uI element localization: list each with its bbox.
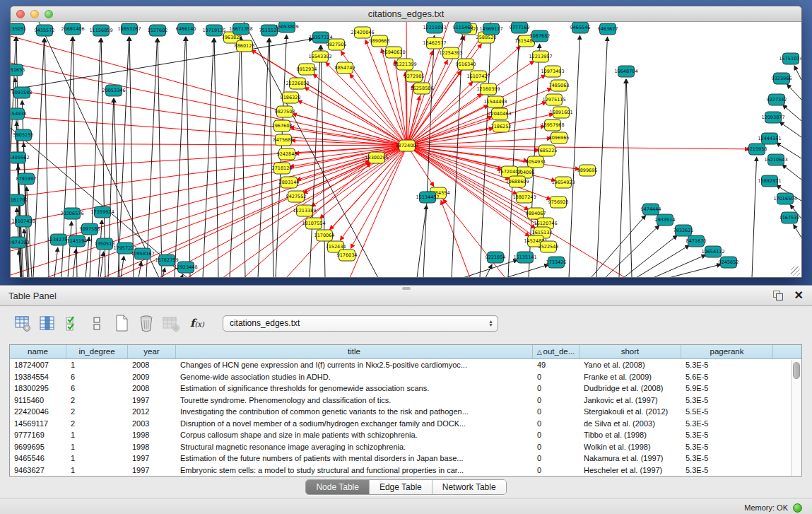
graph-node[interactable]: 12444151 (758, 133, 781, 144)
graph-node[interactable]: 1350513 (95, 238, 115, 250)
table-cell[interactable]: 6 (66, 384, 128, 392)
graph-node[interactable]: 12215093 (423, 22, 446, 33)
graph-node[interactable]: 16543392 (308, 51, 331, 62)
table-cell[interactable]: 1 (66, 431, 128, 439)
row-cells-icon[interactable] (87, 313, 107, 333)
table-row[interactable]: 977716911998Corpus callosum shape and si… (10, 429, 801, 441)
graph-node[interactable]: 9272905 (404, 71, 425, 82)
graph-node[interactable]: 15134457 (416, 192, 439, 203)
window-titlebar[interactable]: citations_edges.txt (11, 6, 801, 22)
table-cell[interactable]: 0 (533, 454, 579, 462)
table-cell[interactable]: 2003 (128, 419, 176, 428)
table-cell[interactable]: Disruption of a novel member of a sodium… (176, 419, 533, 428)
table-cell[interactable]: 5.3E-5 (681, 466, 773, 474)
column-header-year[interactable]: year (128, 345, 176, 358)
graph-node[interactable]: 9054931 (526, 156, 546, 168)
tab-network-table[interactable]: Network Table (433, 480, 506, 494)
graph-node[interactable]: 2087682 (530, 30, 551, 42)
graph-node[interactable]: 16107427 (466, 71, 490, 82)
graph-node[interactable]: 22226058 (286, 78, 309, 89)
graph-node[interactable]: 10973493 (541, 66, 564, 77)
graph-node[interactable]: 10719135 (202, 25, 225, 36)
table-cell[interactable]: Nakamura et al. (1997) (579, 454, 681, 462)
column-header-out_de[interactable]: △out_de... (533, 345, 579, 358)
graph-node[interactable]: 1145194 (67, 235, 88, 247)
graph-node[interactable]: 8186328 (281, 92, 301, 103)
table-cell[interactable]: 22420046 (10, 407, 66, 416)
table-cell[interactable]: 18724007 (10, 361, 66, 369)
table-cell[interactable]: 1997 (128, 396, 176, 404)
column-header-name[interactable]: name (10, 345, 66, 358)
table-cell[interactable]: 0 (533, 443, 579, 451)
graph-node[interactable]: 16671358 (229, 23, 252, 35)
graph-node[interactable]: 2051655 (11, 64, 25, 76)
resize-grip-icon[interactable] (791, 267, 800, 276)
table-cell[interactable]: Genome-wide association studies in ADHD. (176, 373, 533, 381)
graph-node[interactable]: 18107438 (11, 216, 35, 227)
table-cell[interactable]: Embryonic stem cells: a model to study s… (176, 466, 533, 474)
table-cell[interactable]: 9699695 (10, 443, 66, 451)
table-row[interactable]: 911546021997Tourette syndrome. Phenomeno… (10, 395, 801, 407)
graph-node[interactable]: 9435572 (35, 25, 55, 36)
split-divider-handle[interactable] (402, 287, 411, 290)
table-cell[interactable]: 5.5E-5 (681, 407, 773, 416)
graph-node[interactable]: 7685225 (537, 145, 558, 156)
graph-node[interactable]: 7186252 (491, 121, 512, 132)
graph-node[interactable]: 18300295 (365, 152, 388, 163)
table-cell[interactable]: Tibbo et al. (1998) (579, 431, 681, 439)
graph-node[interactable]: 9827508 (275, 106, 295, 117)
table-cell[interactable]: Yano et al. (2008) (579, 361, 681, 369)
table-cell[interactable]: 5.3E-5 (681, 443, 773, 451)
table-cell[interactable]: 0 (533, 373, 579, 381)
table-cell[interactable]: de Silva et al. (2003) (579, 419, 681, 428)
table-cell[interactable]: 6 (66, 373, 128, 381)
function-builder-icon[interactable]: f(x) (190, 317, 204, 329)
column-header-pagerank[interactable]: pagerank (681, 345, 773, 358)
table-cell[interactable]: 9777169 (10, 431, 66, 439)
graph-node[interactable]: 15751074 (779, 53, 801, 64)
graph-node[interactable]: 12160399 (476, 83, 500, 95)
graph-node[interactable]: 2522548 (539, 241, 559, 252)
graph-node[interactable]: 20206576 (60, 208, 83, 219)
table-cell[interactable]: Tourette syndrome. Phenomenology and cla… (176, 396, 533, 404)
graph-node[interactable]: 16053809 (275, 22, 298, 33)
table-cell[interactable]: 0 (533, 384, 579, 392)
graph-node[interactable]: 17016504 (773, 193, 796, 204)
column-header-short[interactable]: short (579, 345, 681, 358)
table-cell[interactable]: 5.3E-5 (681, 454, 773, 462)
column-header-title[interactable]: title (176, 345, 533, 358)
table-settings-icon[interactable] (13, 313, 33, 333)
graph-node[interactable]: 9463627 (598, 23, 618, 35)
graph-node[interactable]: 11156859 (89, 25, 112, 36)
column-checklist-icon[interactable] (62, 313, 82, 333)
graph-node[interactable]: 9242848 (277, 148, 298, 160)
table-cell[interactable]: 1 (66, 443, 128, 451)
graph-node[interactable]: 16258586 (410, 83, 433, 94)
table-cell[interactable]: Changes of HCN gene expression and I(f) … (176, 361, 533, 369)
table-cell[interactable]: 2 (66, 419, 128, 428)
graph-node[interactable]: 21221399 (393, 59, 416, 70)
table-row[interactable]: 1938455462009Genome-wide association stu… (10, 371, 801, 383)
graph-node[interactable]: 19654923 (551, 177, 575, 188)
graph-node[interactable]: 12213389 (293, 205, 316, 216)
graph-node[interactable]: 9465546 (570, 22, 591, 33)
table-cell[interactable]: 1 (66, 361, 128, 369)
table-row[interactable]: 969969511998Structural magnetic resonanc… (10, 441, 801, 453)
graph-node[interactable]: 17359924 (90, 206, 114, 218)
graph-node[interactable]: 22040463 (488, 108, 511, 119)
graph-node[interactable]: 8912934 (297, 64, 317, 75)
table-cell[interactable]: 49 (533, 361, 579, 369)
graph-node[interactable]: 6466140 (176, 23, 196, 35)
table-row[interactable]: 1830029562008Estimation of significance … (10, 382, 801, 395)
table-cell[interactable]: 9465546 (10, 454, 66, 462)
graph-node[interactable]: 11544498 (483, 96, 507, 107)
graph-node[interactable]: 12213957 (529, 51, 552, 62)
graph-node[interactable]: 12254393 (439, 47, 462, 59)
graph-node[interactable]: 9091588 (12, 87, 33, 98)
table-cell[interactable]: 0 (533, 466, 579, 474)
scrollbar-thumb[interactable] (793, 362, 800, 379)
graph-node[interactable]: 9516340 (456, 59, 476, 70)
graph-node[interactable]: 16648784 (614, 66, 637, 77)
graph-node[interactable]: 9777169 (510, 22, 530, 33)
graph-node[interactable]: 8215958 (747, 144, 767, 155)
